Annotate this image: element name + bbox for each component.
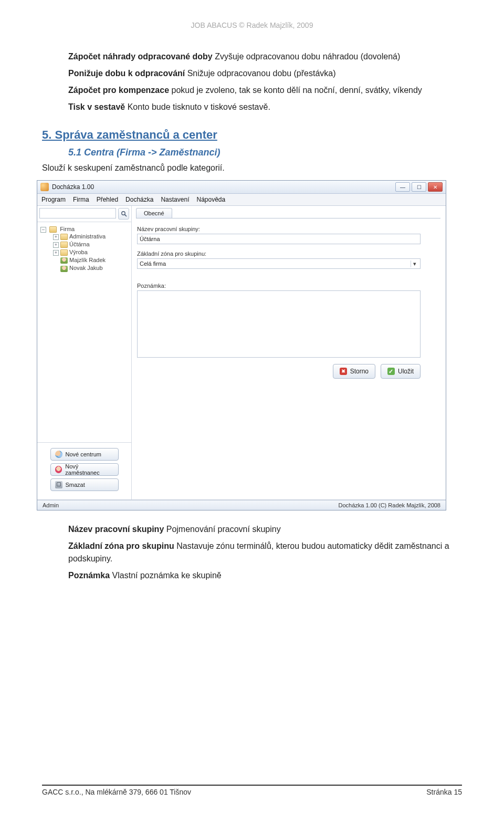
menu-firma[interactable]: Firma: [73, 196, 89, 203]
svg-line-1: [124, 215, 126, 216]
text-line: Základní zóna pro skupinu Nastavuje zónu…: [68, 540, 462, 565]
group-name-label: Název pracovní skupiny:: [137, 226, 200, 232]
tree-group[interactable]: +Výroba: [51, 248, 130, 256]
zone-select[interactable]: Celá firma ▾: [137, 258, 421, 269]
chevron-down-icon: ▾: [411, 260, 418, 267]
folder-icon: [60, 249, 68, 256]
folder-icon: [49, 226, 57, 233]
maximize-button[interactable]: ☐: [412, 182, 426, 192]
menu-prehled[interactable]: Přehled: [97, 196, 118, 203]
menubar: Program Firma Přehled Docházka Nastavení…: [37, 194, 446, 206]
user-icon: [55, 466, 62, 473]
check-icon: [387, 368, 395, 375]
folder-icon: [60, 242, 68, 248]
intro-paragraph: Slouží k seskupení zaměstnanců podle kat…: [42, 163, 462, 173]
text-line: Zápočet pro kompenzace pokud je zvoleno,…: [68, 84, 462, 97]
text-line: Ponižuje dobu k odpracování Snižuje odpr…: [68, 67, 462, 80]
footer-left: GACC s.r.o., Na mlékárně 379, 666 01 Tiš…: [42, 788, 191, 796]
new-employee-button[interactable]: Nový zaměstnanec: [50, 463, 119, 476]
tree-person[interactable]: Majzlík Radek: [51, 256, 130, 264]
delete-button[interactable]: Smazat: [50, 478, 119, 491]
minimize-button[interactable]: —: [395, 182, 410, 192]
search-button[interactable]: [118, 208, 129, 220]
text-line: Zápočet náhrady odpracované doby Zvyšuje…: [68, 50, 462, 63]
window-title: Docházka 1.00: [52, 183, 395, 191]
tree-person[interactable]: Novak Jakub: [51, 264, 130, 272]
main-panel: Obecné Název pracovní skupiny: Účtárna Z…: [132, 206, 446, 499]
expand-icon[interactable]: +: [53, 250, 59, 256]
tab-general[interactable]: Obecné: [136, 208, 172, 218]
expand-icon[interactable]: +: [53, 234, 59, 240]
status-right: Docházka 1.00 (C) Radek Majzlík, 2008: [339, 502, 440, 508]
heading-centra: 5.1 Centra (Firma -> Zaměstnanci): [68, 147, 462, 158]
person-icon: [60, 257, 68, 264]
sidebar: – Firma +Administrativa +Účtárna +Výroba…: [37, 206, 132, 499]
text-line: Název pracovní skupiny Pojmenování praco…: [68, 523, 462, 536]
tree: – Firma +Administrativa +Účtárna +Výroba…: [37, 222, 131, 442]
statusbar: Admin Docházka 1.00 (C) Radek Majzlík, 2…: [37, 500, 446, 510]
person-icon: [60, 266, 68, 272]
expand-icon[interactable]: +: [53, 242, 59, 248]
close-button[interactable]: ✕: [428, 182, 443, 192]
tree-root[interactable]: – Firma +Administrativa +Účtárna +Výroba…: [38, 225, 130, 273]
status-user: Admin: [43, 502, 59, 508]
doc-header: JOB ABACUS © Radek Majzlík, 2009: [42, 21, 462, 29]
magnifier-icon: [121, 211, 127, 217]
menu-dochazka[interactable]: Docházka: [125, 196, 153, 203]
users-icon: [55, 451, 62, 458]
app-window: Docházka 1.00 — ☐ ✕ Program Firma Přehle…: [37, 180, 446, 510]
trash-icon: [55, 481, 62, 488]
tree-group[interactable]: +Účtárna: [51, 241, 130, 248]
menu-program[interactable]: Program: [41, 196, 66, 203]
cancel-icon: [340, 368, 347, 375]
group-name-input[interactable]: Účtárna: [137, 234, 421, 244]
tree-group[interactable]: +Administrativa: [51, 233, 130, 241]
folder-icon: [60, 234, 68, 240]
note-label: Poznámka:: [137, 283, 166, 289]
footer-right: Stránka 15: [426, 788, 462, 796]
search-input[interactable]: [39, 208, 116, 218]
zone-label: Základní zóna pro skupinu:: [137, 251, 206, 257]
new-center-button[interactable]: Nové centrum: [50, 448, 119, 461]
text-line: Poznámka Vlastní poznámka ke skupině: [68, 569, 462, 582]
heading-sprava: 5. Správa zaměstnanců a center: [42, 128, 462, 142]
save-button[interactable]: Uložit: [381, 364, 421, 379]
titlebar: Docházka 1.00 — ☐ ✕: [37, 181, 446, 194]
app-icon: [40, 183, 49, 191]
menu-nastaveni[interactable]: Nastavení: [161, 196, 189, 203]
doc-footer: GACC s.r.o., Na mlékárně 379, 666 01 Tiš…: [42, 785, 462, 796]
note-textarea[interactable]: [137, 290, 421, 358]
cancel-button[interactable]: Storno: [333, 364, 375, 379]
collapse-icon[interactable]: –: [40, 227, 46, 233]
svg-point-0: [121, 212, 124, 215]
text-line: Tisk v sestavě Konto bude tisknuto v tis…: [68, 101, 462, 113]
menu-napoveda[interactable]: Nápověda: [196, 196, 225, 203]
